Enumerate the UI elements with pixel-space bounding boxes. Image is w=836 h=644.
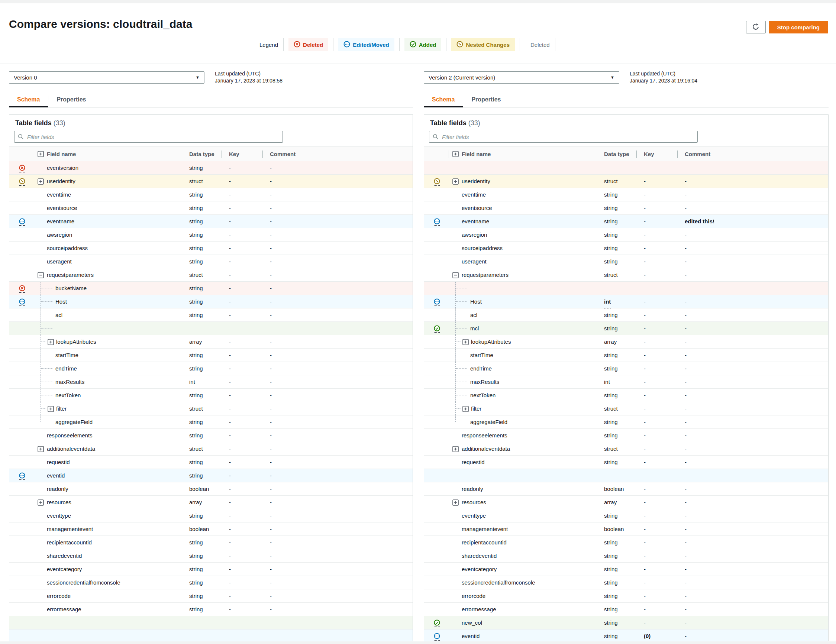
- field-data-type[interactable]: array: [604, 335, 617, 349]
- expand-toggle-icon[interactable]: [38, 499, 44, 507]
- field-comment: -: [270, 442, 272, 456]
- tab-properties[interactable]: Properties: [463, 93, 509, 108]
- tree-guide: [456, 402, 456, 415]
- tab-schema[interactable]: Schema: [424, 93, 463, 108]
- edited-icon[interactable]: [434, 298, 440, 306]
- field-comment: -: [270, 549, 272, 562]
- table-row: eventnamestring-edited this!: [424, 215, 828, 228]
- expand-toggle-icon[interactable]: [452, 446, 459, 454]
- field-comment: -: [270, 215, 272, 228]
- field-data-type[interactable]: struct: [604, 268, 618, 282]
- field-name: bucketName: [56, 282, 87, 295]
- field-key: -: [229, 549, 231, 562]
- field-data-type: string: [189, 161, 203, 174]
- expand-toggle-icon[interactable]: [47, 406, 54, 414]
- edited-icon[interactable]: [19, 472, 25, 480]
- field-data-type: string: [604, 241, 618, 255]
- edited-icon[interactable]: [19, 298, 25, 306]
- footer-strip: [0, 641, 836, 644]
- field-comment: -: [685, 322, 687, 335]
- field-data-type: string: [604, 215, 618, 228]
- field-data-type[interactable]: array: [604, 496, 617, 509]
- table-row: startTimestring--: [9, 349, 413, 362]
- tooltip-dots: [19, 172, 25, 173]
- field-data-type[interactable]: struct: [189, 268, 203, 282]
- deleted-icon[interactable]: [19, 285, 25, 293]
- field-key: -: [644, 375, 646, 389]
- legend-divider: [399, 38, 400, 51]
- field-data-type[interactable]: int: [604, 296, 611, 309]
- field-comment: -: [270, 389, 272, 402]
- added-icon[interactable]: [434, 325, 440, 333]
- table-row: additionaleventdatastruct--: [424, 442, 828, 456]
- field-data-type: string: [189, 536, 203, 549]
- field-name: startTime: [56, 349, 78, 362]
- field-data-type: string: [604, 349, 618, 362]
- filter-input[interactable]: [429, 131, 698, 143]
- tooltip-dots: [434, 626, 440, 627]
- field-data-type[interactable]: struct: [604, 402, 618, 416]
- field-name: sourceipaddress: [47, 241, 88, 255]
- field-data-type: string: [189, 282, 203, 295]
- edited-icon[interactable]: [434, 633, 440, 641]
- filter-input[interactable]: [14, 131, 283, 143]
- field-data-type[interactable]: array: [189, 496, 202, 509]
- field-data-type: boolean: [189, 483, 209, 496]
- expand-all-icon[interactable]: [452, 151, 459, 158]
- tooltip-dots: [434, 185, 440, 186]
- table-row: maxResultsint--: [9, 375, 413, 389]
- tab-schema[interactable]: Schema: [9, 93, 48, 108]
- field-comment: -: [270, 536, 272, 549]
- circle-x-icon: [294, 41, 300, 49]
- expand-toggle-icon[interactable]: [452, 178, 459, 186]
- deleted-icon[interactable]: [19, 165, 25, 173]
- version-select-value: Version 0: [14, 74, 37, 81]
- refresh-button[interactable]: [746, 21, 766, 33]
- field-key: -: [644, 536, 646, 549]
- expand-toggle-icon[interactable]: [462, 339, 469, 347]
- field-data-type[interactable]: struct: [189, 402, 203, 416]
- field-name: requestid: [47, 456, 70, 469]
- version-select-right[interactable]: Version 2 (Current version) ▼: [424, 71, 619, 84]
- field-data-type: boolean: [604, 483, 624, 496]
- field-data-type[interactable]: struct: [189, 442, 203, 456]
- field-name: requestid: [462, 456, 485, 469]
- field-comment[interactable]: edited this!: [685, 215, 714, 228]
- table-row: sharedeventidstring--: [9, 549, 413, 562]
- expand-all-icon[interactable]: [38, 151, 44, 158]
- field-name: recipientaccountid: [462, 536, 507, 549]
- field-comment: -: [685, 442, 687, 456]
- collapse-toggle-icon[interactable]: [452, 272, 459, 280]
- field-data-type[interactable]: struct: [189, 174, 203, 188]
- tab-properties[interactable]: Properties: [48, 93, 94, 108]
- expand-toggle-icon[interactable]: [47, 339, 54, 347]
- expand-toggle-icon[interactable]: [38, 446, 44, 454]
- field-key: -: [229, 282, 231, 295]
- tooltip-dots: [434, 332, 440, 333]
- tree-guide: [456, 416, 456, 422]
- added-icon[interactable]: [434, 620, 440, 627]
- field-key: -: [644, 215, 646, 228]
- tree-leader: [456, 408, 461, 409]
- field-name: eventcategory: [47, 562, 82, 576]
- expand-toggle-icon[interactable]: [462, 406, 469, 414]
- field-name: responseelements: [47, 429, 93, 442]
- nested-icon[interactable]: [434, 178, 440, 186]
- edited-icon[interactable]: [434, 218, 440, 226]
- edited-icon[interactable]: [19, 218, 25, 226]
- expand-toggle-icon[interactable]: [452, 499, 459, 507]
- field-comment: -: [685, 295, 687, 308]
- field-data-type: boolean: [189, 522, 209, 536]
- legend-divider: [283, 38, 284, 51]
- expand-toggle-icon[interactable]: [38, 178, 44, 186]
- table-row: sourceipaddressstring--: [424, 241, 828, 255]
- field-data-type[interactable]: struct: [604, 174, 618, 188]
- field-data-type[interactable]: array: [189, 335, 202, 349]
- version-select-left[interactable]: Version 0 ▼: [9, 71, 204, 84]
- legend-chip-label: Added: [419, 42, 436, 48]
- collapse-toggle-icon[interactable]: [38, 272, 44, 280]
- field-data-type[interactable]: struct: [604, 442, 618, 456]
- field-key: -: [229, 201, 231, 215]
- nested-icon[interactable]: [19, 178, 25, 186]
- stop-comparing-button[interactable]: Stop comparing: [769, 21, 828, 33]
